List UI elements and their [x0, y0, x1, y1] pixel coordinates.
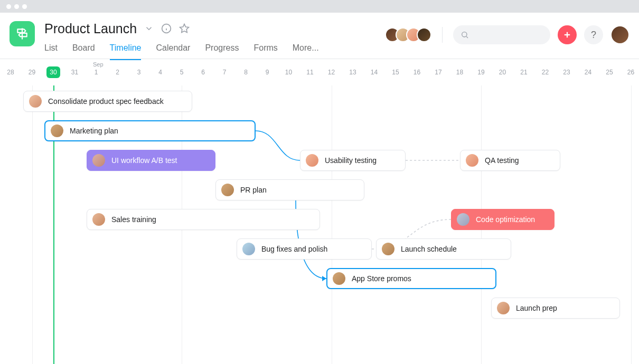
plus-icon: [562, 30, 572, 40]
app-header: Product Launch ListBoardTimelineCalendar…: [0, 13, 639, 59]
task-launchsched[interactable]: Launch schedule: [376, 238, 511, 260]
star-icon[interactable]: [179, 23, 190, 34]
assignee-avatar: [92, 213, 105, 226]
day-17: 17: [428, 69, 449, 76]
day-30: 30: [43, 69, 64, 76]
traffic-light-minimize[interactable]: [14, 4, 19, 9]
tab-timeline[interactable]: Timeline: [110, 43, 142, 60]
tab-more[interactable]: More...: [293, 43, 319, 60]
task-label: Launch prep: [516, 304, 557, 312]
add-button[interactable]: [558, 25, 577, 44]
tab-list[interactable]: List: [44, 43, 58, 60]
day-12: 12: [321, 69, 342, 76]
avatar[interactable]: [417, 27, 431, 42]
task-sales[interactable]: Sales training: [87, 209, 320, 230]
search-input[interactable]: [453, 25, 550, 44]
task-marketing[interactable]: Marketing plan: [44, 120, 256, 141]
task-appstore[interactable]: App Store promos: [326, 268, 496, 289]
window-titlebar: [0, 0, 639, 13]
user-avatar[interactable]: [610, 25, 629, 44]
divider: [442, 27, 443, 43]
day-7: 7: [214, 69, 235, 76]
task-label: Sales training: [111, 215, 156, 224]
day-3: 3: [128, 69, 149, 76]
day-4: 4: [150, 69, 171, 76]
day-14: 14: [364, 69, 385, 76]
project-title[interactable]: Product Launch: [44, 21, 137, 36]
search-icon: [461, 31, 469, 39]
day-9: 9: [257, 69, 278, 76]
tab-forms[interactable]: Forms: [253, 43, 277, 60]
day-10: 10: [278, 69, 299, 76]
day-25: 25: [599, 69, 620, 76]
help-button[interactable]: ?: [584, 25, 603, 44]
day-21: 21: [513, 69, 534, 76]
task-qa[interactable]: QA testing: [460, 150, 560, 171]
day-20: 20: [492, 69, 513, 76]
task-label: App Store promos: [352, 274, 411, 283]
task-bugfix[interactable]: Bug fixes and polish: [237, 238, 372, 260]
info-icon[interactable]: [161, 23, 172, 34]
svg-line-5: [466, 36, 468, 38]
assignee-avatar: [333, 272, 345, 285]
chevron-down-icon[interactable]: [144, 24, 154, 33]
task-launchprep[interactable]: Launch prep: [491, 298, 620, 319]
day-2: 2: [107, 69, 128, 76]
traffic-light-zoom[interactable]: [22, 4, 27, 9]
task-label: Marketing plan: [70, 127, 118, 135]
day-29: 29: [22, 69, 43, 76]
day-24: 24: [578, 69, 599, 76]
task-codeopt[interactable]: Code optimization: [451, 209, 555, 230]
assignee-avatar: [382, 243, 394, 255]
help-icon: ?: [591, 30, 596, 41]
assignee-avatar: [242, 243, 255, 255]
day-31: 31: [64, 69, 86, 76]
day-1: 1: [86, 69, 107, 76]
day-8: 8: [236, 69, 257, 76]
member-avatars[interactable]: [385, 27, 431, 42]
day-22: 22: [535, 69, 556, 76]
task-usability[interactable]: Usability testing: [300, 150, 406, 171]
assignee-avatar: [92, 154, 105, 167]
tab-board[interactable]: Board: [72, 43, 95, 60]
day-16: 16: [407, 69, 428, 76]
tab-calendar[interactable]: Calendar: [156, 43, 190, 60]
assignee-avatar: [29, 95, 42, 108]
day-28: 28: [0, 69, 21, 76]
assignee-avatar: [497, 302, 510, 314]
day-6: 6: [193, 69, 214, 76]
timeline-grid: Consolidate product spec feedbackMarketi…: [0, 85, 639, 364]
task-label: PR plan: [240, 186, 267, 194]
day-23: 23: [556, 69, 577, 76]
timeline-view[interactable]: 282930311Sep2345678910111213141516171819…: [0, 59, 639, 364]
date-axis: 282930311Sep2345678910111213141516171819…: [0, 59, 639, 85]
svg-point-4: [462, 32, 467, 37]
svg-marker-3: [180, 24, 189, 33]
day-5: 5: [171, 69, 192, 76]
task-consolidate[interactable]: Consolidate product spec feedback: [23, 91, 192, 112]
signpost-icon: [15, 27, 29, 41]
assignee-avatar: [51, 124, 63, 137]
day-19: 19: [471, 69, 492, 76]
day-18: 18: [449, 69, 471, 76]
task-prplan[interactable]: PR plan: [215, 179, 364, 200]
task-label: Consolidate product spec feedback: [48, 97, 164, 106]
task-label: Usability testing: [325, 156, 377, 165]
assignee-avatar: [466, 154, 478, 167]
task-abtest[interactable]: UI workflow A/B test: [87, 150, 215, 171]
day-15: 15: [385, 69, 406, 76]
project-icon[interactable]: [10, 21, 35, 46]
month-label: Sep: [93, 61, 104, 68]
assignee-avatar: [221, 184, 234, 196]
view-tabs: ListBoardTimelineCalendarProgressFormsMo…: [44, 43, 385, 60]
task-label: UI workflow A/B test: [111, 156, 177, 165]
assignee-avatar: [457, 213, 469, 226]
day-13: 13: [342, 69, 363, 76]
tab-progress[interactable]: Progress: [205, 43, 239, 60]
task-label: Code optimization: [476, 215, 535, 224]
traffic-light-close[interactable]: [6, 4, 11, 9]
task-label: Bug fixes and polish: [261, 245, 327, 253]
day-26: 26: [621, 69, 640, 76]
day-11: 11: [299, 69, 321, 76]
task-label: QA testing: [485, 156, 519, 165]
